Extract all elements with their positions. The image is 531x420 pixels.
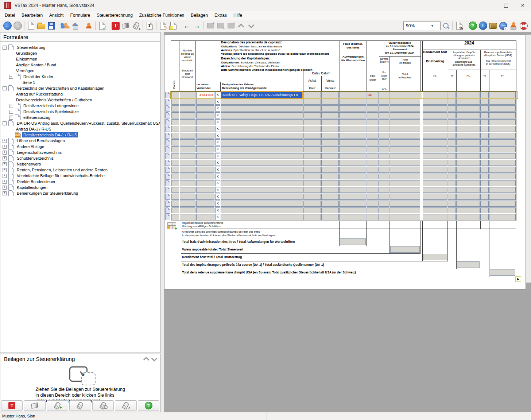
code-cell[interactable]	[171, 119, 179, 125]
k-cell[interactable]: K	[215, 207, 220, 214]
retention-fr-cell[interactable]	[489, 119, 516, 125]
row-document-icon[interactable]	[165, 126, 170, 132]
purchase-date-cell[interactable]	[303, 153, 321, 159]
expand-icon[interactable]: +	[3, 168, 7, 172]
country-cell[interactable]	[367, 126, 379, 132]
valoren-cell[interactable]	[196, 214, 214, 220]
imputation-pct-cell[interactable]	[448, 119, 456, 125]
expand-icon[interactable]: +	[9, 110, 13, 114]
expand-icon[interactable]: +	[3, 180, 7, 184]
expand-icon[interactable]: +	[9, 104, 13, 108]
code-cell[interactable]	[171, 180, 179, 186]
designation-cell[interactable]	[221, 99, 303, 105]
imputation-fr-cell[interactable]	[456, 112, 480, 118]
designation-cell[interactable]	[221, 214, 303, 220]
row-document-icon[interactable]	[165, 167, 170, 173]
imputation-pct-cell[interactable]	[448, 167, 456, 173]
remote-support-button[interactable]	[508, 21, 519, 31]
code-cell[interactable]	[171, 174, 179, 180]
k-cell[interactable]: K	[215, 133, 220, 139]
country-cell[interactable]	[367, 99, 379, 105]
tree-item[interactable]: +eSteuerauszug	[0, 114, 160, 120]
admin-costs-cell[interactable]	[339, 153, 366, 159]
designation-cell[interactable]	[221, 112, 303, 118]
k-cell[interactable]: K	[215, 167, 220, 173]
valoren-cell[interactable]	[196, 153, 214, 159]
admin-costs-cell[interactable]	[339, 180, 366, 186]
expand-icon[interactable]: +	[3, 162, 7, 166]
qty-cell[interactable]	[180, 146, 195, 152]
vstax-import-button[interactable]: T	[1, 400, 23, 411]
per-unit-cell[interactable]	[379, 187, 389, 193]
tree-item[interactable]: −Abzüge Kanton / Bund	[0, 62, 160, 68]
retention-pct-cell[interactable]	[480, 112, 489, 118]
retention-fr-cell[interactable]	[489, 160, 516, 166]
sale-date-cell[interactable]	[321, 105, 339, 112]
imputation-pct-cell[interactable]	[448, 180, 456, 186]
imputation-fr-cell[interactable]	[456, 126, 480, 132]
gross-yield-cell[interactable]	[423, 139, 447, 145]
sale-date-cell[interactable]	[321, 139, 339, 145]
total-admin-costs-input[interactable]	[340, 238, 366, 245]
designation-cell[interactable]	[221, 167, 303, 173]
imputation-fr-cell[interactable]	[456, 160, 480, 166]
per-unit-cell[interactable]	[379, 153, 389, 159]
qty-cell[interactable]	[180, 201, 195, 207]
row-document-icon[interactable]	[165, 207, 170, 214]
tree-item[interactable]: +Schuldenverzeichnis	[0, 155, 160, 161]
gross-yield-cell[interactable]	[423, 174, 447, 180]
gross-yield-cell[interactable]	[423, 194, 447, 200]
percent-view-button[interactable]: %	[454, 21, 464, 31]
designation-cell[interactable]	[221, 133, 303, 139]
tree-item[interactable]: +Bemerkungen zur Steuererklärung	[0, 190, 160, 196]
designation-cell[interactable]	[221, 207, 303, 214]
purchase-date-cell[interactable]	[303, 146, 321, 152]
code-cell[interactable]	[171, 153, 179, 159]
menu-item[interactable]: Steuerberechnung	[93, 12, 136, 19]
k-cell[interactable]: K	[215, 119, 220, 125]
per-unit-cell[interactable]	[379, 92, 389, 98]
gross-yield-cell[interactable]	[423, 105, 447, 112]
valoren-cell[interactable]	[196, 133, 214, 139]
expand-icon[interactable]: +	[3, 151, 7, 155]
code-cell[interactable]	[171, 207, 179, 214]
purchase-date-cell[interactable]	[303, 119, 321, 125]
retention-fr-cell[interactable]	[489, 153, 516, 159]
code-cell[interactable]	[171, 194, 179, 200]
valoren-cell[interactable]	[196, 112, 214, 118]
qty-cell[interactable]	[180, 99, 195, 105]
retention-fr-cell[interactable]	[489, 194, 516, 200]
row-document-icon[interactable]	[165, 214, 170, 220]
tree-item[interactable]: +Kapitalleistungen	[0, 184, 160, 190]
imputation-fr-cell[interactable]	[456, 174, 480, 180]
tree-item[interactable]: +Detailverzeichnis Lottogewinne	[0, 103, 160, 109]
sale-date-cell[interactable]	[321, 180, 339, 186]
total-francs-cell[interactable]	[389, 92, 420, 98]
purchase-date-cell[interactable]	[303, 167, 321, 173]
menu-item[interactable]: Extras	[211, 12, 230, 19]
per-unit-cell[interactable]	[379, 133, 389, 139]
add-supplement-sheet-icon[interactable]	[167, 222, 176, 229]
retention-pct-cell[interactable]	[480, 160, 489, 166]
country-cell[interactable]	[367, 112, 379, 118]
retention-pct-cell[interactable]	[480, 187, 489, 193]
total-retention-usa-input[interactable]	[490, 269, 515, 276]
country-cell[interactable]	[367, 160, 379, 166]
imputation-pct-cell[interactable]	[448, 146, 456, 152]
expand-icon[interactable]: +	[3, 145, 7, 149]
admin-costs-cell[interactable]	[339, 105, 366, 112]
valoren-cell[interactable]	[196, 160, 214, 166]
purchase-date-cell[interactable]	[303, 174, 321, 180]
tree-item[interactable]: +Andere Abzüge	[0, 144, 160, 149]
valoren-cell[interactable]	[196, 201, 214, 207]
country-cell[interactable]	[367, 207, 379, 214]
qty-cell[interactable]	[180, 180, 195, 186]
total-francs-cell[interactable]	[389, 119, 420, 125]
purchase-date-cell[interactable]	[303, 126, 321, 132]
purchase-date-cell[interactable]	[303, 180, 321, 186]
tree-item[interactable]: −Detail der Kinder	[0, 74, 160, 79]
k-cell[interactable]: K	[215, 187, 220, 193]
qty-cell[interactable]	[180, 119, 195, 125]
qty-cell[interactable]	[180, 214, 195, 220]
next-form-button[interactable]: →	[192, 21, 202, 31]
